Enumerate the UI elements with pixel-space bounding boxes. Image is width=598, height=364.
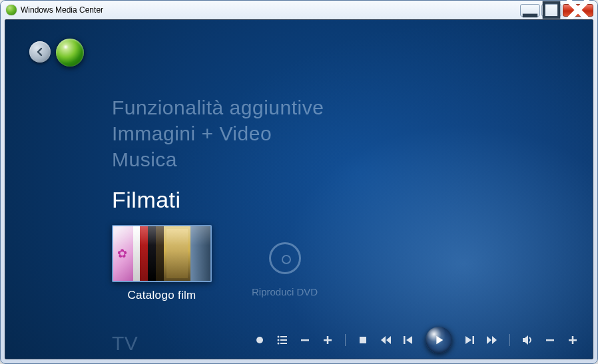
svg-rect-14 <box>473 336 475 344</box>
tile-play-dvd[interactable]: Riproduci DVD <box>252 230 318 297</box>
tile-movie-library-thumb <box>112 225 212 282</box>
volume-down-button[interactable] <box>543 333 557 347</box>
tile-play-dvd-label: Riproduci DVD <box>252 286 318 297</box>
play-button[interactable] <box>426 327 452 353</box>
app-icon <box>6 5 17 15</box>
svg-rect-15 <box>546 339 554 341</box>
maximize-button[interactable] <box>541 4 561 17</box>
guide-button[interactable] <box>276 333 289 347</box>
svg-rect-9 <box>301 339 309 341</box>
skip-forward-button[interactable] <box>463 333 476 347</box>
tile-movie-library-label: Catalogo film <box>112 289 212 302</box>
svg-rect-13 <box>404 336 406 344</box>
menu-item-music[interactable]: Musica <box>112 146 324 172</box>
separator-icon <box>345 334 346 346</box>
app-window: Windows Media Center Funzionalità aggiun… <box>0 0 598 364</box>
record-button[interactable] <box>253 333 266 347</box>
separator-icon <box>509 334 510 346</box>
svg-rect-8 <box>280 343 287 344</box>
svg-point-2 <box>256 337 263 343</box>
tile-movie-library[interactable]: Catalogo film <box>112 225 212 302</box>
channel-down-button[interactable] <box>298 333 312 347</box>
wmc-logo-icon[interactable] <box>56 39 84 67</box>
menu-item-pictures-video[interactable]: Immagini + Video <box>112 120 324 146</box>
menu-item-tv[interactable]: TV <box>112 332 138 355</box>
transport-bar <box>253 327 579 353</box>
svg-rect-17 <box>572 336 574 344</box>
svg-point-3 <box>278 336 280 338</box>
window-title: Windows Media Center <box>21 5 520 15</box>
disc-icon <box>269 242 301 274</box>
minimize-button[interactable] <box>520 4 540 17</box>
titlebar[interactable]: Windows Media Center <box>1 1 597 19</box>
svg-rect-11 <box>327 336 329 344</box>
fast-forward-button[interactable] <box>485 333 499 347</box>
svg-rect-12 <box>360 337 366 343</box>
skip-back-button[interactable] <box>402 333 415 347</box>
main-menu: Funzionalità aggiuntive Immagini + Video… <box>112 94 324 213</box>
tile-row: Catalogo film Riproduci DVD <box>112 225 318 302</box>
volume-up-button[interactable] <box>566 333 579 347</box>
back-button[interactable] <box>29 41 51 63</box>
svg-point-7 <box>278 343 280 345</box>
menu-item-movies-active[interactable]: Filmati <box>112 187 324 213</box>
close-button[interactable] <box>563 4 593 17</box>
window-buttons <box>520 4 593 17</box>
menu-item-extras[interactable]: Funzionalità aggiuntive <box>112 94 324 120</box>
svg-rect-0 <box>523 14 537 18</box>
client-area: Funzionalità aggiuntive Immagini + Video… <box>5 19 593 359</box>
svg-rect-4 <box>280 336 287 337</box>
stop-button[interactable] <box>356 333 370 347</box>
mute-button[interactable] <box>521 333 534 347</box>
channel-up-button[interactable] <box>321 333 334 347</box>
svg-point-5 <box>278 339 280 341</box>
rewind-button[interactable] <box>379 333 392 347</box>
svg-rect-6 <box>280 339 287 341</box>
svg-rect-1 <box>544 3 559 17</box>
